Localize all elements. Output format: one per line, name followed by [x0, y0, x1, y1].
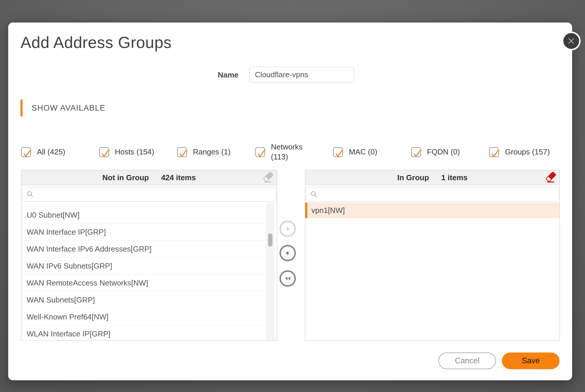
- not-in-group-count: 424 items: [161, 173, 196, 182]
- clear-selection-button[interactable]: [262, 172, 274, 183]
- not-in-group-header: Not in Group 424 items: [21, 170, 277, 185]
- not-in-group-panel: Not in Group 424 items: [21, 170, 277, 341]
- type-filter-checkbox[interactable]: Hosts (154): [99, 147, 177, 157]
- in-group-panel: In Group 1 items: [305, 170, 560, 341]
- address-object-item[interactable]: WAN Interface IP[GRP]: [21, 223, 267, 240]
- type-filter-label: All (425): [37, 147, 65, 157]
- remove-from-group-button[interactable]: [279, 245, 296, 261]
- type-filter-label: FQDN (0): [427, 147, 460, 157]
- show-available-title: SHOW AVAILABLE: [32, 99, 106, 116]
- screen: Add Address Groups Name SHOW AVAILABLE A…: [0, 0, 585, 392]
- not-in-group-search-input[interactable]: [37, 187, 272, 202]
- in-group-list: vpn1[NW]: [305, 202, 560, 341]
- type-filter-checkbox[interactable]: Groups (157): [489, 147, 567, 157]
- group-member-item-selected[interactable]: vpn1[NW]: [305, 202, 560, 218]
- type-filter-checkbox[interactable]: FQDN (0): [411, 147, 489, 157]
- address-object-item[interactable]: WAN IPv6 Subnets[GRP]: [21, 257, 267, 274]
- address-object-item[interactable]: WAN Subnets[GRP]: [21, 291, 267, 308]
- save-button[interactable]: Save: [502, 353, 560, 369]
- checkbox-checked-icon[interactable]: [255, 147, 265, 157]
- in-group-header: In Group 1 items: [305, 170, 560, 185]
- checkbox-checked-icon[interactable]: [99, 147, 109, 157]
- scrollbar-thumb[interactable]: [268, 233, 272, 247]
- scrollbar-track[interactable]: [266, 202, 275, 341]
- move-to-group-button[interactable]: [279, 221, 296, 237]
- search-icon: [26, 190, 34, 198]
- cancel-button[interactable]: Cancel: [438, 353, 496, 369]
- address-object-item[interactable]: WAN Interface IPv6 Addresses[GRP]: [21, 240, 267, 257]
- add-address-groups-dialog: Add Address Groups Name SHOW AVAILABLE A…: [8, 23, 572, 380]
- not-in-group-search: [22, 187, 276, 202]
- address-object-item[interactable]: Well-Known Pref64[NW]: [21, 308, 267, 325]
- checkbox-checked-icon[interactable]: [177, 147, 187, 157]
- address-object-item[interactable]: WAN RemoteAccess Networks[NW]: [21, 274, 267, 291]
- group-name-input[interactable]: [249, 67, 354, 82]
- in-group-search: [306, 187, 559, 202]
- type-filter-checkbox[interactable]: MAC (0): [333, 147, 411, 157]
- type-filter-label: Ranges (1): [193, 147, 231, 157]
- type-filter-label: Hosts (154): [115, 147, 154, 157]
- not-in-group-list: U0 Subnet[NW]WAN Interface IP[GRP]WAN In…: [21, 202, 277, 341]
- type-filter-checkbox[interactable]: Networks (113): [255, 142, 333, 162]
- remove-all-from-group-button[interactable]: [279, 270, 296, 287]
- partial-row: [21, 202, 267, 207]
- arrow-right-icon: [284, 225, 291, 233]
- type-filter-label: MAC (0): [349, 147, 377, 157]
- type-filter-checkbox[interactable]: Ranges (1): [177, 147, 255, 157]
- clear-group-button[interactable]: [545, 172, 557, 183]
- address-object-item[interactable]: U0 Subnet[NW]: [21, 207, 267, 223]
- arrow-left-icon: [284, 249, 291, 257]
- name-label: Name: [160, 71, 239, 80]
- not-in-group-title: Not in Group: [102, 173, 149, 182]
- double-arrow-left-icon: [284, 275, 291, 282]
- eraser-red-icon: [545, 172, 557, 183]
- search-icon: [310, 190, 318, 198]
- close-icon: [567, 37, 576, 45]
- dialog-title: Add Address Groups: [20, 33, 172, 52]
- section-accent-bar: [20, 99, 23, 116]
- checkbox-checked-icon[interactable]: [489, 147, 499, 157]
- type-filter-label: Groups (157): [505, 147, 550, 157]
- in-group-title: In Group: [397, 173, 429, 182]
- type-filter-label: Networks (113): [271, 142, 312, 162]
- eraser-icon: [262, 172, 274, 183]
- close-button[interactable]: [562, 32, 581, 50]
- checkbox-checked-icon[interactable]: [411, 147, 421, 157]
- in-group-count: 1 items: [441, 173, 468, 182]
- address-object-item[interactable]: WLAN Interface IP[GRP]: [21, 325, 267, 341]
- in-group-search-input[interactable]: [321, 187, 555, 202]
- type-filter-checkbox[interactable]: All (425): [21, 147, 99, 157]
- checkbox-checked-icon[interactable]: [21, 147, 31, 157]
- checkbox-checked-icon[interactable]: [333, 147, 343, 157]
- type-filter-row: All (425) Hosts (154) Ranges (1): [21, 136, 567, 168]
